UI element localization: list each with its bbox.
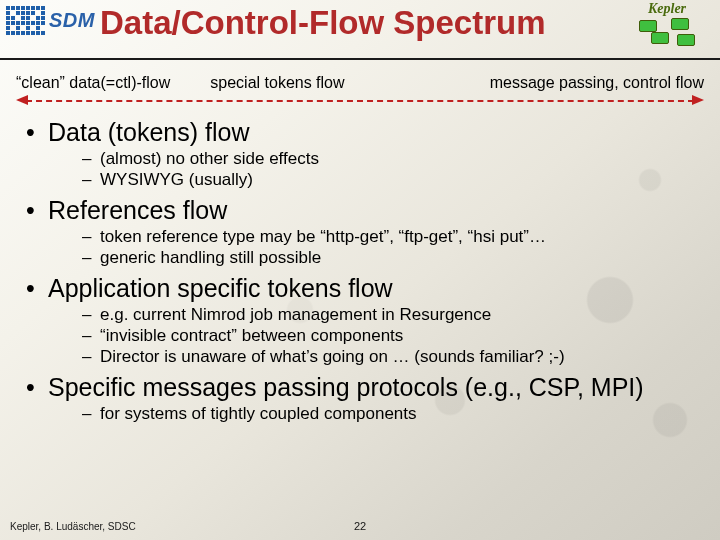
sub-list: –token reference type may be “http-get”,… <box>26 227 694 268</box>
list-item: –WYSIWYG (usually) <box>82 170 694 190</box>
bullet-dash-icon: – <box>82 149 100 169</box>
bullet-dot-icon: • <box>26 196 48 225</box>
sub-bullet-text: for systems of tightly coupled component… <box>100 404 417 424</box>
slide-title: Data/Control-Flow Spectrum <box>100 4 546 42</box>
bullet-list: •Data (tokens) flow–(almost) no other si… <box>0 118 720 424</box>
sub-bullet-text: Director is unaware of what’s going on …… <box>100 347 565 367</box>
sub-bullet-text: WYSIWYG (usually) <box>100 170 253 190</box>
bullet-level-1: •Specific messages passing protocols (e.… <box>26 373 694 402</box>
bullet-text: Application specific tokens flow <box>48 274 393 303</box>
bullet-dash-icon: – <box>82 326 100 346</box>
sdm-text: SDM <box>49 9 95 32</box>
spectrum-left-label: “clean” data(=ctl)-flow <box>16 74 170 92</box>
bullet-level-1: •Application specific tokens flow <box>26 274 694 303</box>
kepler-logo: Kepler <box>622 2 712 48</box>
list-item: •Specific messages passing protocols (e.… <box>26 373 694 424</box>
bullet-text: Data (tokens) flow <box>48 118 249 147</box>
bullet-text: References flow <box>48 196 227 225</box>
bullet-dash-icon: – <box>82 347 100 367</box>
bullet-dot-icon: • <box>26 274 48 303</box>
bullet-text: Specific messages passing protocols (e.g… <box>48 373 644 402</box>
list-item: –“invisible contract” between components <box>82 326 694 346</box>
list-item: –Director is unaware of what’s going on … <box>82 347 694 367</box>
list-item: •Data (tokens) flow–(almost) no other si… <box>26 118 694 190</box>
list-item: –token reference type may be “http-get”,… <box>82 227 694 247</box>
spectrum-labels: “clean” data(=ctl)-flow special tokens f… <box>16 74 704 92</box>
kepler-nodes-icon <box>637 18 697 46</box>
spectrum-row: “clean” data(=ctl)-flow special tokens f… <box>16 74 704 110</box>
pixel-icon <box>6 6 45 35</box>
page-number: 22 <box>354 520 366 532</box>
bullet-dot-icon: • <box>26 118 48 147</box>
slide: SDM Data/Control-Flow Spectrum Kepler “c… <box>0 0 720 540</box>
bullet-dash-icon: – <box>82 404 100 424</box>
list-item: –e.g. current Nimrod job management in R… <box>82 305 694 325</box>
bullet-dash-icon: – <box>82 170 100 190</box>
list-item: •References flow–token reference type ma… <box>26 196 694 268</box>
bullet-level-1: •References flow <box>26 196 694 225</box>
sub-list: –(almost) no other side effects–WYSIWYG … <box>26 149 694 190</box>
sub-bullet-text: e.g. current Nimrod job management in Re… <box>100 305 491 325</box>
sub-list: –e.g. current Nimrod job management in R… <box>26 305 694 367</box>
sub-bullet-text: “invisible contract” between components <box>100 326 403 346</box>
list-item: •Application specific tokens flow–e.g. c… <box>26 274 694 367</box>
sub-list: –for systems of tightly coupled componen… <box>26 404 694 424</box>
list-item: –(almost) no other side effects <box>82 149 694 169</box>
bullet-dot-icon: • <box>26 373 48 402</box>
sub-bullet-text: (almost) no other side effects <box>100 149 319 169</box>
sub-bullet-text: token reference type may be “http-get”, … <box>100 227 546 247</box>
header: SDM Data/Control-Flow Spectrum Kepler <box>0 0 720 60</box>
kepler-text: Kepler <box>648 2 686 16</box>
bullet-level-1: •Data (tokens) flow <box>26 118 694 147</box>
bullet-dash-icon: – <box>82 248 100 268</box>
double-arrow-icon <box>16 96 704 106</box>
bullet-dash-icon: – <box>82 227 100 247</box>
spectrum-right-label: message passing, control flow <box>345 74 704 92</box>
sub-bullet-text: generic handling still possible <box>100 248 321 268</box>
list-item: –for systems of tightly coupled componen… <box>82 404 694 424</box>
sdm-logo: SDM <box>6 6 95 35</box>
spectrum-mid-label: special tokens flow <box>210 74 344 92</box>
bullet-dash-icon: – <box>82 305 100 325</box>
list-item: –generic handling still possible <box>82 248 694 268</box>
